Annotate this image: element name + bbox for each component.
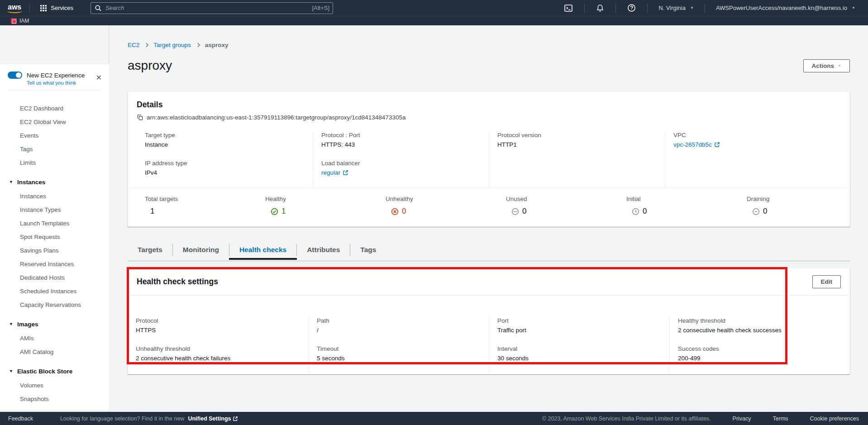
actions-button[interactable]: Actions — [803, 59, 850, 72]
iam-label: IAM — [19, 18, 29, 24]
field-label: VPC — [673, 132, 833, 138]
sidebar-item-amis[interactable]: AMIs — [0, 335, 109, 342]
region-selector[interactable]: N. Virginia — [653, 0, 699, 16]
hc-unhealthy-threshold-value: 2 consecutive health check failures — [136, 355, 300, 362]
sidebar-item-reserved-instances[interactable]: Reserved Instances — [0, 261, 109, 267]
new-experience-toggle[interactable] — [8, 72, 22, 79]
iam-shortcut[interactable]: IAM — [11, 18, 29, 24]
sidebar-item-spot-requests[interactable]: Spot Requests — [0, 234, 109, 240]
sidebar-item-limits[interactable]: Limits — [0, 159, 109, 166]
edit-button[interactable]: Edit — [812, 275, 841, 288]
field-label: Interval — [497, 345, 661, 352]
sidebar-item-scheduled-instances[interactable]: Scheduled Instances — [0, 288, 109, 295]
account-menu[interactable]: AWSPowerUserAccess/navaneeth.kn@harness.… — [711, 0, 861, 16]
help-button[interactable] — [621, 0, 642, 16]
global-search: [Alt+S] — [91, 2, 333, 14]
clock-icon — [632, 208, 639, 215]
unified-settings-link[interactable]: Unified Settings — [188, 415, 238, 422]
health-check-settings-heading: Health check settings — [137, 277, 218, 287]
external-link-icon — [343, 170, 348, 176]
target-group-tabs: Targets Monitoring Health checks Attribu… — [128, 241, 850, 261]
grid-icon — [40, 5, 47, 12]
cookie-preferences-link[interactable]: Cookie preferences — [810, 415, 859, 422]
sidebar-item-volumes[interactable]: Volumes — [0, 382, 109, 389]
close-icon[interactable]: ✕ — [96, 74, 102, 81]
cloudshell-button[interactable] — [558, 0, 579, 16]
divider — [647, 3, 648, 13]
field-label: Protocol — [136, 317, 300, 324]
services-label: Services — [51, 5, 73, 11]
sidebar-item-dedicated-hosts[interactable]: Dedicated Hosts — [0, 274, 109, 281]
privacy-link[interactable]: Privacy — [733, 415, 751, 422]
breadcrumb-target-groups[interactable]: Target groups — [153, 42, 191, 48]
divider — [584, 3, 585, 13]
sidebar-item-tags[interactable]: Tags — [0, 146, 109, 153]
sidebar-item-ec2-dashboard[interactable]: EC2 Dashboard — [0, 105, 109, 112]
sidebar-item-instance-types[interactable]: Instance Types — [0, 206, 109, 213]
load-balancer-link[interactable]: regular — [321, 169, 348, 176]
divider — [29, 3, 30, 13]
chevron-right-icon — [144, 43, 149, 48]
stat-draining: Draining 0 — [730, 196, 850, 216]
health-check-settings-card: Health check settings Edit Protocol HTTP… — [128, 268, 850, 374]
tab-monitoring[interactable]: Monitoring — [173, 241, 229, 258]
sidebar-section-images[interactable]: ▼Images — [0, 321, 109, 328]
search-icon — [95, 5, 102, 12]
external-link-icon — [714, 142, 720, 148]
minus-circle-icon — [752, 208, 760, 215]
tab-health-checks[interactable]: Health checks — [229, 241, 296, 258]
breadcrumb: EC2 Target groups asproxy — [128, 42, 850, 48]
sidebar-item-launch-templates[interactable]: Launch Templates — [0, 220, 109, 227]
tab-attributes[interactable]: Attributes — [297, 241, 350, 258]
target-type-value: Instance — [145, 141, 305, 148]
check-circle-icon — [271, 208, 278, 215]
hc-healthy-threshold-value: 2 consecutive health check successes — [678, 327, 842, 334]
services-menu-button[interactable]: Services — [35, 0, 78, 16]
terms-link[interactable]: Terms — [773, 415, 788, 422]
target-group-arn: arn:aws:elasticloadbalancing:us-east-1:3… — [147, 114, 405, 121]
divider — [8, 90, 101, 91]
sidebar-section-elastic-block-store[interactable]: ▼Elastic Block Store — [0, 368, 109, 375]
tab-targets[interactable]: Targets — [128, 241, 172, 258]
field-label: Load balancer — [321, 160, 481, 167]
tab-tags[interactable]: Tags — [350, 241, 386, 258]
field-label: Success codes — [678, 345, 842, 352]
region-label: N. Virginia — [658, 5, 686, 11]
protocol-port-value: HTTPS: 443 — [321, 141, 481, 148]
language-hint-text: Looking for language selection? Find it … — [60, 415, 185, 422]
field-label: Protocol : Port — [321, 132, 481, 138]
field-label: IP address type — [145, 160, 305, 167]
vpc-link[interactable]: vpc-2657db5c — [673, 141, 720, 148]
sidebar-item-savings-plans[interactable]: Savings Plans — [0, 247, 109, 254]
field-label: Timeout — [317, 345, 481, 352]
notifications-bell-button[interactable] — [590, 0, 610, 16]
breadcrumb-current: asproxy — [205, 42, 229, 48]
search-input[interactable] — [91, 2, 333, 14]
main-content: EC2 Target groups asproxy asproxy Action… — [109, 25, 868, 412]
stat-initial: Initial 0 — [609, 196, 730, 216]
stat-total-targets: Total targets 1 — [128, 196, 248, 216]
account-label: AWSPowerUserAccess/navaneeth.kn@harness.… — [716, 5, 847, 11]
sidebar-section-instances[interactable]: ▼Instances — [0, 179, 109, 186]
sidebar-item-ec2-global-view[interactable]: EC2 Global View — [0, 119, 109, 125]
tell-us-link[interactable]: Tell us what you think — [27, 80, 101, 86]
aws-logo[interactable]: aws — [7, 3, 24, 13]
copy-icon[interactable] — [137, 114, 143, 121]
feedback-link[interactable]: Feedback — [8, 415, 33, 422]
chevron-down-icon: ▼ — [9, 180, 13, 184]
iam-service-icon — [11, 18, 17, 24]
details-heading: Details — [137, 100, 841, 110]
sidebar-item-ami-catalog[interactable]: AMI Catalog — [0, 349, 109, 355]
hc-success-codes-value: 200-499 — [678, 355, 842, 362]
sidebar-item-events[interactable]: Events — [0, 132, 109, 139]
sidebar-item-instances[interactable]: Instances — [0, 193, 109, 200]
breadcrumb-ec2[interactable]: EC2 — [128, 42, 139, 48]
copyright-text: © 2023, Amazon Web Services India Privat… — [542, 415, 711, 422]
chevron-down-icon: ▼ — [9, 322, 13, 326]
stat-unused: Unused 0 — [489, 196, 609, 216]
hc-port-value: Traffic port — [497, 327, 661, 334]
protocol-version-value: HTTP1 — [497, 141, 657, 148]
sidebar-item-capacity-reservations[interactable]: Capacity Reservations — [0, 301, 109, 308]
sidebar-item-snapshots[interactable]: Snapshots — [0, 396, 109, 402]
recently-visited-bar: IAM — [0, 16, 868, 25]
